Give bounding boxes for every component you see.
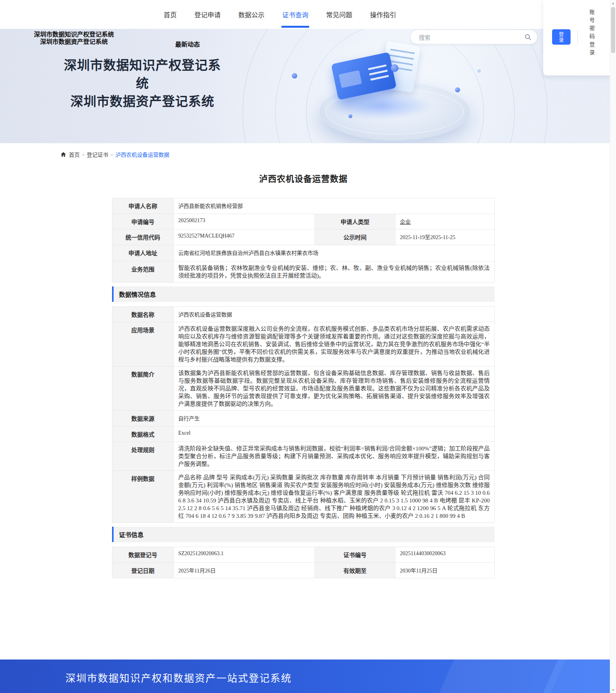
- search-icon[interactable]: [525, 34, 531, 40]
- scroll-up-arrow[interactable]: ▲: [610, 0, 616, 6]
- processing-rules-label: 处理规则: [112, 442, 174, 471]
- nav-item-faq[interactable]: 常见问题: [326, 0, 352, 29]
- banner-title-line1: 深圳市数据知识产权登记系统: [58, 57, 227, 93]
- decor-sphere: [348, 114, 352, 118]
- home-icon: [60, 152, 66, 157]
- credit-code-label: 统一信用代码: [112, 229, 174, 245]
- application-scenario-label: 应用场景: [112, 322, 174, 367]
- applicant-address-label: 申请人地址: [112, 245, 174, 261]
- breadcrumb-separator: ›: [82, 152, 84, 157]
- data-summary-value: 该数据集为泸西县新能农机销售经营部的运营数据，包含设备采购基础信息数据、库存管理…: [174, 367, 495, 411]
- applicant-type-value: 企业: [395, 214, 495, 229]
- business-scope-label: 业务范围: [112, 261, 174, 283]
- login-method-label[interactable]: 账号密码登录: [588, 9, 596, 68]
- banner-title-line2: 深圳市数据资产登记系统: [58, 93, 227, 111]
- certificate-table: 数据登记号 SZ2025120020063.1 证书编号 20251144030…: [112, 547, 495, 578]
- search-input[interactable]: [418, 30, 520, 44]
- data-format-label: 数据格式: [112, 427, 174, 442]
- scroll-down-arrow[interactable]: ▼: [610, 687, 616, 693]
- section-data-info: 数据情况信息: [112, 286, 495, 302]
- scrollbar-thumb[interactable]: [611, 7, 615, 53]
- credit-code-value: 92532527MACLEQH467: [174, 229, 315, 245]
- nav-latest-news[interactable]: 最新动态: [175, 39, 200, 49]
- registration-date-value: 2025年11月26日: [174, 563, 315, 578]
- banner-title: 深圳市数据知识产权登记系统 深圳市数据资产登记系统: [58, 57, 227, 111]
- applicant-type-label: 申请人类型: [315, 214, 395, 229]
- applicant-address-value: 云南省红河哈尼族彝族自治州泸西县白水镇果衣村果衣市场: [174, 245, 495, 261]
- section-certificate-title: 证书信息: [119, 530, 144, 539]
- applicant-name-value: 泸西县新能农机销售经营部: [174, 198, 495, 214]
- applicant-table: 申请人名称 泸西县新能农机销售经营部 申请编号 2025002173 申请人类型…: [112, 198, 495, 283]
- hero-banner: 深圳市数据知识产权登记系统 深圳市数据资产登记系统 最新动态 深圳市数据知识产权…: [0, 29, 616, 143]
- logo-line2: 深圳市数据资产登记系统: [34, 38, 114, 45]
- section-certificate: 证书信息: [112, 527, 495, 542]
- site-logo[interactable]: 深圳市数据知识产权登记系统 深圳市数据资产登记系统: [34, 31, 114, 45]
- login-panel: 登录 账号密码登录: [543, 0, 610, 75]
- sample-data-label: 样例数据: [112, 471, 174, 523]
- top-nav: 首页 登记申请 数据公示 证书查询 常见问题 操作指引: [0, 0, 616, 29]
- business-scope-value: 智能农机装备销售；农林牧副渔业专业机械的安装、维修；农、林、牧、副、渔业专业机械…: [174, 261, 495, 283]
- data-name-value: 泸西农机设备运营数据: [174, 307, 495, 322]
- publicity-period-label: 公示时间: [315, 229, 395, 245]
- data-name-label: 数据名称: [112, 307, 174, 322]
- data-registration-no-label: 数据登记号: [112, 547, 174, 563]
- data-format-value: Excel: [174, 427, 495, 442]
- section-data-info-title: 数据情况信息: [119, 290, 156, 299]
- data-info-table: 数据名称 泸西农机设备运营数据 应用场景 泸西农机设备运营数据深度融入公司业务的…: [112, 306, 495, 523]
- decor-sphere: [477, 69, 481, 73]
- breadcrumb: 首页 › 登记证书 › 泸西农机设备运营数据: [60, 151, 169, 158]
- page-title: 泸西农机设备运营数据: [112, 172, 495, 184]
- nav-item-data-publicity[interactable]: 数据公示: [238, 0, 264, 29]
- data-registration-no-value: SZ2025120020063.1: [174, 547, 315, 563]
- nav-item-home[interactable]: 首页: [164, 0, 177, 29]
- application-no-label: 申请编号: [112, 214, 174, 229]
- decor-sphere: [455, 87, 460, 92]
- data-summary-label: 数据简介: [112, 367, 174, 411]
- decor-sphere: [292, 73, 297, 79]
- breadcrumb-separator: ›: [111, 152, 112, 157]
- application-no-value: 2025002173: [174, 214, 315, 229]
- logo-line1: 深圳市数据知识产权登记系统: [34, 31, 114, 38]
- data-source-value: 自行产生: [174, 411, 495, 427]
- registration-date-label: 登记日期: [112, 563, 174, 578]
- certificate-no-label: 证书编号: [315, 547, 395, 563]
- valid-until-label: 有效期至: [315, 563, 395, 578]
- breadcrumb-current: 泸西农机设备运营数据: [116, 151, 169, 158]
- applicant-name-label: 申请人名称: [112, 198, 174, 214]
- nav-item-guide[interactable]: 操作指引: [370, 0, 396, 29]
- data-source-label: 数据来源: [112, 411, 174, 427]
- application-scenario-value: 泸西农机设备运营数据深度融入公司业务的全流程，在农机服务模式创新、多品类农机市场…: [174, 322, 495, 367]
- processing-rules-value: 清洗阶段补全缺失值、修正异常采购成本与销售利润数据，校验“利润率=销售利润/合同…: [174, 442, 495, 471]
- vertical-scrollbar[interactable]: ▲ ▼: [610, 0, 616, 693]
- divider: [578, 30, 578, 44]
- login-button[interactable]: 登录: [552, 29, 571, 45]
- main-content: 泸西农机设备运营数据 申请人名称 泸西县新能农机销售经营部 申请编号 20250…: [112, 169, 495, 578]
- breadcrumb-home[interactable]: 首页: [69, 151, 80, 158]
- breadcrumb-certificates[interactable]: 登记证书: [87, 151, 108, 158]
- publicity-period-value: 2025-11-19至2025-11-25: [395, 229, 495, 245]
- page: 首页 登记申请 数据公示 证书查询 常见问题 操作指引 深圳市数据知识产权登记系…: [0, 0, 616, 693]
- login-button-label: 登录: [559, 31, 564, 43]
- footer-title: 深圳市数据知识产权和数据资产一站式登记系统: [65, 670, 292, 685]
- search-box[interactable]: [410, 30, 537, 44]
- footer: 深圳市数据知识产权和数据资产一站式登记系统: [0, 660, 616, 693]
- valid-until-value: 2030年11月25日: [395, 563, 495, 578]
- sample-data-value: 产品名称 品牌 型号 采购成本(万元) 采购数量 采购批次 库存数量 库存周转率…: [174, 471, 495, 523]
- certificate-no-value: 20251144030020063: [395, 547, 495, 563]
- decor-sphere: [391, 64, 398, 72]
- nav-item-certificate-query[interactable]: 证书查询: [282, 0, 308, 29]
- nav-item-register-apply[interactable]: 登记申请: [194, 0, 221, 29]
